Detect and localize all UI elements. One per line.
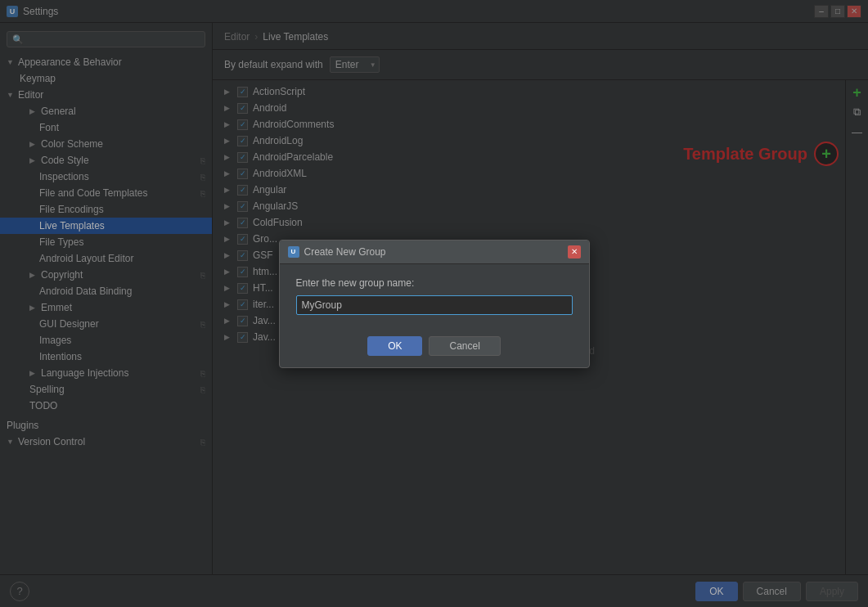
dialog-input-label: Enter the new group name: [296, 277, 573, 289]
dialog-cancel-button[interactable]: Cancel [429, 336, 500, 356]
create-group-dialog: U Create New Group ✕ Enter the new group… [279, 240, 590, 368]
dialog-title-bar: U Create New Group ✕ [280, 241, 589, 264]
dialog-title: Create New Group [304, 246, 386, 258]
dialog-close-button[interactable]: ✕ [568, 245, 581, 259]
dialog-app-icon: U [288, 246, 299, 258]
dialog-title-left: U Create New Group [288, 246, 386, 258]
dialog-ok-button[interactable]: OK [367, 336, 422, 356]
dialog-footer: OK Cancel [280, 328, 589, 367]
dialog-overlay: U Create New Group ✕ Enter the new group… [0, 0, 868, 607]
group-name-input[interactable] [296, 295, 573, 315]
dialog-body: Enter the new group name: [280, 264, 589, 328]
